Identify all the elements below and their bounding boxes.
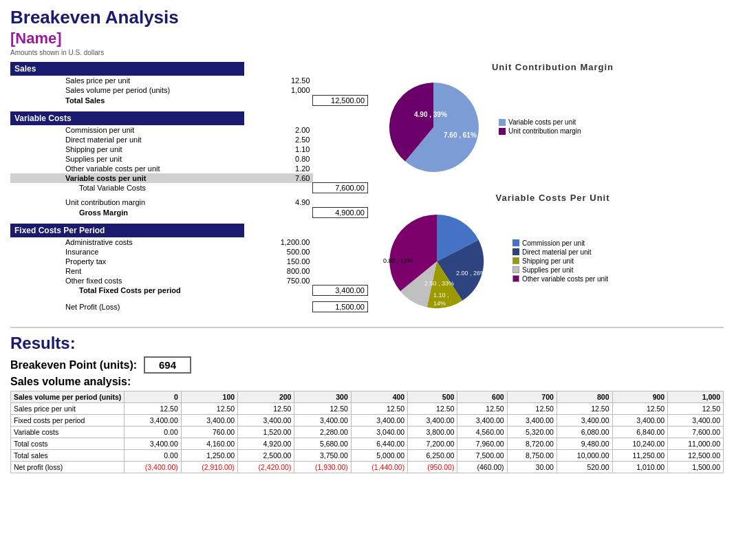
legend1-item1: Variable costs per unit bbox=[508, 118, 576, 126]
total-fixed-label: Total Fixed Costs per period bbox=[10, 286, 258, 296]
total-sales-label: Total Sales bbox=[10, 95, 258, 105]
unit-contribution-value: 4.90 bbox=[258, 197, 313, 207]
legend2-item3: Shipping per unit bbox=[522, 257, 574, 265]
chart2-title: Variable Costs Per Unit bbox=[382, 193, 724, 203]
svg-text:7.60 , 61%: 7.60 , 61% bbox=[444, 131, 477, 139]
sales-volume-label: Sales volume per period (units) bbox=[10, 85, 258, 95]
subtitle: Amounts shown in U.S. dollars bbox=[10, 49, 724, 56]
other-variable-value: 1.20 bbox=[258, 164, 313, 173]
breakeven-value: 694 bbox=[144, 356, 191, 374]
legend2-item5: Other variable costs per unit bbox=[522, 275, 608, 283]
variable-costs-header: Variable Costs bbox=[10, 111, 244, 125]
chart1-title: Unit Contribution Margin bbox=[382, 62, 724, 72]
volume-table-row: Total costs3,400.004,160.004,920.005,680… bbox=[11, 438, 724, 450]
insurance-value: 500.00 bbox=[258, 247, 313, 257]
results-title: Results: bbox=[10, 334, 724, 353]
legend1-item2: Unit contribution margin bbox=[508, 127, 581, 135]
volume-table-row: Total sales0.001,250.002,500.003,750.005… bbox=[11, 450, 724, 462]
shipping-value: 1.10 bbox=[258, 144, 313, 154]
net-profit-value: 1,500.00 bbox=[313, 302, 368, 312]
insurance-label: Insurance bbox=[10, 247, 258, 257]
other-fixed-value: 750.00 bbox=[258, 276, 313, 286]
volume-table-row: Variable costs0.00760.001,520.002,280.00… bbox=[11, 427, 724, 438]
gross-margin-value: 4,900.00 bbox=[313, 207, 368, 217]
svg-text:1.10 ,: 1.10 , bbox=[433, 292, 449, 299]
unit-contribution-label: Unit contribution margin bbox=[10, 197, 258, 207]
volume-analysis-table: Sales volume per period (units)010020030… bbox=[10, 391, 724, 473]
sales-price-label: Sales price per unit bbox=[10, 76, 258, 85]
shipping-label: Shipping per unit bbox=[10, 144, 258, 154]
sales-header: Sales bbox=[10, 62, 244, 76]
supplies-value: 0.80 bbox=[258, 154, 313, 164]
net-profit-label: Net Profit (Loss) bbox=[10, 302, 298, 312]
fixed-costs-header: Fixed Costs Per Period bbox=[10, 224, 244, 237]
chart2-legend: Commission per unit Direct material per … bbox=[512, 239, 608, 284]
svg-text:14%: 14% bbox=[433, 300, 446, 307]
total-variable-value: 7,600.00 bbox=[313, 183, 368, 193]
gross-margin-label: Gross Margin bbox=[10, 207, 258, 217]
commission-value: 2.00 bbox=[258, 125, 313, 135]
svg-text:2.00 , 26%: 2.00 , 26% bbox=[456, 270, 486, 277]
total-variable-label: Total Variable Costs bbox=[10, 183, 258, 193]
legend2-item2: Direct material per unit bbox=[522, 248, 592, 256]
results-section: Results: Breakeven Point (units): 694 Sa… bbox=[10, 327, 724, 473]
sales-volume-value: 1,000 bbox=[258, 85, 313, 95]
property-tax-value: 150.00 bbox=[258, 257, 313, 266]
breakeven-row: Breakeven Point (units): 694 bbox=[10, 356, 724, 374]
commission-label: Commission per unit bbox=[10, 125, 258, 135]
direct-material-value: 2.50 bbox=[258, 135, 313, 144]
legend2-item1: Commission per unit bbox=[522, 239, 585, 247]
volume-header-row: Sales volume per period (units)010020030… bbox=[11, 391, 724, 403]
volume-table-row: Net profit (loss)(3,400.00)(2,910.00)(2,… bbox=[11, 462, 724, 473]
direct-material-label: Direct material per unit bbox=[10, 135, 258, 144]
other-fixed-label: Other fixed costs bbox=[10, 276, 258, 286]
total-sales-value: 12,500.00 bbox=[313, 95, 368, 105]
unit-contribution-chart: 4.90 , 39% 7.60 , 61% bbox=[382, 76, 492, 179]
name-subtitle: [Name] bbox=[10, 30, 724, 47]
volume-table-row: Fixed costs per period3,400.003,400.003,… bbox=[11, 415, 724, 427]
admin-costs-value: 1,200.00 bbox=[258, 237, 313, 247]
svg-text:4.90 , 39%: 4.90 , 39% bbox=[414, 111, 447, 118]
other-variable-label: Other variable costs per unit bbox=[10, 164, 258, 173]
property-tax-label: Property tax bbox=[10, 257, 258, 266]
chart1-legend: Variable costs per unit Unit contributio… bbox=[499, 118, 581, 136]
svg-text:2.50 , 33%: 2.50 , 33% bbox=[424, 280, 454, 287]
admin-costs-label: Administrative costs bbox=[10, 237, 258, 247]
volume-table-row: Sales price per unit12.5012.5012.5012.50… bbox=[11, 403, 724, 415]
rent-value: 800.00 bbox=[258, 266, 313, 276]
supplies-label: Supplies per unit bbox=[10, 154, 258, 164]
variable-costs-per-unit-value: 7.60 bbox=[258, 173, 313, 183]
svg-text:0.80 , 11%: 0.80 , 11% bbox=[383, 257, 413, 264]
sales-price-value: 12.50 bbox=[258, 76, 313, 85]
breakeven-label: Breakeven Point (units): bbox=[10, 359, 137, 371]
sales-volume-title: Sales volume analysis: bbox=[10, 376, 724, 388]
rent-label: Rent bbox=[10, 266, 258, 276]
legend2-item4: Supplies per unit bbox=[522, 266, 574, 274]
volume-table-body: Sales price per unit12.5012.5012.5012.50… bbox=[11, 403, 724, 473]
variable-costs-chart: 2.00 , 26% 1.10 , 14% 2.50 , 33% 0.80 , … bbox=[382, 206, 506, 316]
variable-costs-per-unit-label: Variable costs per unit bbox=[10, 173, 258, 183]
total-fixed-value: 3,400.00 bbox=[313, 286, 368, 296]
main-title: Breakeven Analysis bbox=[10, 7, 724, 28]
